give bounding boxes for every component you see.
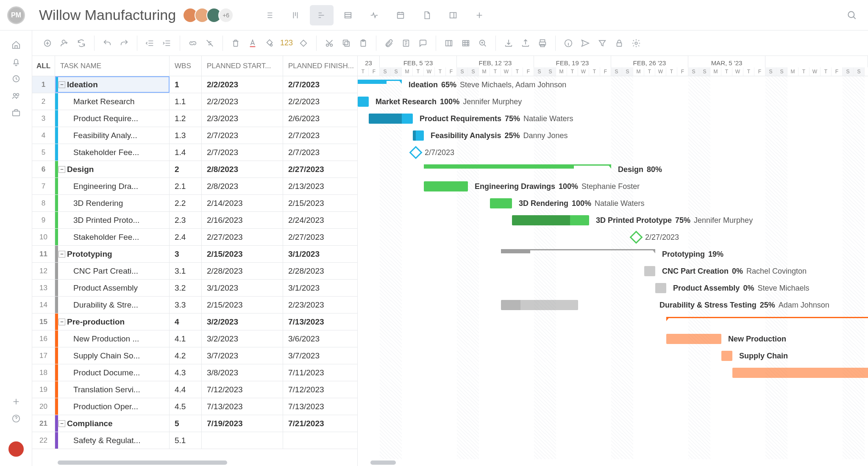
gantt-row[interactable]: Product Requirements 75% Natalie Waters <box>358 110 868 127</box>
gantt-row[interactable] <box>358 313 868 330</box>
link-tasks-button[interactable] <box>184 35 201 52</box>
task-bar[interactable] <box>490 198 512 208</box>
table-row[interactable]: 6−Design22/8/20232/27/2023 <box>32 161 357 178</box>
indent-button[interactable] <box>159 35 175 52</box>
wbs-cell[interactable]: 3 <box>170 246 202 262</box>
gantt-row[interactable]: 3D Printed Prototype 75% Jennifer Murphe… <box>358 212 868 229</box>
row-index[interactable]: 17 <box>32 347 55 364</box>
task-name-cell[interactable]: Product Docume... <box>55 364 170 381</box>
task-bar[interactable] <box>655 283 666 293</box>
start-cell[interactable]: 3/1/2023 <box>202 280 283 296</box>
note-button[interactable] <box>398 35 415 52</box>
list-view-view[interactable] <box>257 5 281 25</box>
number-format[interactable]: 123 <box>278 35 295 52</box>
task-name-cell[interactable]: 3D Rendering <box>55 195 170 211</box>
row-index[interactable]: 9 <box>32 212 55 228</box>
task-name-cell[interactable]: Stakeholder Fee... <box>55 144 170 161</box>
attach-button[interactable] <box>381 35 398 52</box>
finish-cell[interactable]: 2/6/2023 <box>283 110 357 127</box>
task-name-cell[interactable]: Supply Chain So... <box>55 347 170 364</box>
start-cell[interactable]: 2/14/2023 <box>202 195 283 211</box>
calendar-view-view[interactable] <box>389 5 412 25</box>
summary-bar[interactable] <box>501 249 655 253</box>
wbs-cell[interactable]: 5.1 <box>170 432 202 449</box>
table-h-scrollbar[interactable] <box>32 459 357 466</box>
row-index[interactable]: 20 <box>32 398 55 415</box>
finish-cell[interactable]: 7/13/2023 <box>283 398 357 415</box>
collapse-toggle[interactable]: − <box>58 420 65 427</box>
wbs-cell[interactable]: 1.2 <box>170 110 202 127</box>
task-bar[interactable] <box>369 114 413 124</box>
fill-color-button[interactable] <box>261 35 278 52</box>
finish-cell[interactable]: 3/1/2023 <box>283 246 357 262</box>
wbs-cell[interactable]: 4.3 <box>170 364 202 381</box>
finish-cell[interactable]: 7/21/2023 <box>283 415 357 432</box>
row-index[interactable]: 6 <box>32 161 55 178</box>
wbs-cell[interactable]: 2.1 <box>170 178 202 194</box>
collapse-toggle[interactable]: − <box>58 81 65 88</box>
task-name-cell[interactable]: −Pre-production <box>55 313 170 330</box>
redo-button[interactable] <box>116 35 133 52</box>
task-bar[interactable] <box>424 181 468 191</box>
table-row[interactable]: 5Stakeholder Fee...1.42/7/20232/7/2023 <box>32 144 357 161</box>
task-name-cell[interactable]: Feasibility Analy... <box>55 127 170 144</box>
wbs-cell[interactable]: 2 <box>170 161 202 178</box>
gantt-row[interactable]: 2/27/2023 <box>358 229 868 246</box>
gantt-body[interactable]: Ideation 65% Steve Michaels, Adam Johnso… <box>358 76 868 459</box>
table-row[interactable]: 17Supply Chain So...4.23/7/20233/7/2023 <box>32 347 357 364</box>
gantt-row[interactable]: Ideation 65% Steve Michaels, Adam Johnso… <box>358 76 868 93</box>
task-bar[interactable] <box>501 300 578 310</box>
task-name-cell[interactable]: −Design <box>55 161 170 178</box>
gantt-row[interactable]: CNC Part Creation 0% Rachel Covington <box>358 263 868 280</box>
finish-cell[interactable]: 3/1/2023 <box>283 280 357 296</box>
task-bar[interactable] <box>413 130 424 141</box>
table-row[interactable]: 20Production Oper...4.57/13/20237/13/202… <box>32 398 357 415</box>
col-all[interactable]: ALL <box>32 56 55 76</box>
task-name-cell[interactable]: Safety & Regulat... <box>55 432 170 449</box>
text-color-button[interactable] <box>244 35 261 52</box>
home-nav[interactable] <box>8 36 25 53</box>
collapse-toggle[interactable]: − <box>58 166 65 173</box>
cut-button[interactable] <box>321 35 338 52</box>
wbs-cell[interactable]: 3.1 <box>170 263 202 279</box>
task-name-cell[interactable]: Stakeholder Fee... <box>55 229 170 245</box>
table-row[interactable]: 22Safety & Regulat...5.1 <box>32 432 357 449</box>
wbs-cell[interactable]: 3.2 <box>170 280 202 296</box>
start-cell[interactable]: 7/12/2023 <box>202 381 283 398</box>
wbs-cell[interactable]: 2.4 <box>170 229 202 245</box>
table-row[interactable]: 4Feasibility Analy...1.32/7/20232/7/2023 <box>32 127 357 144</box>
row-index[interactable]: 12 <box>32 263 55 279</box>
finish-cell[interactable] <box>283 432 357 449</box>
avatar-overflow[interactable]: +6 <box>218 8 234 23</box>
start-cell[interactable]: 2/3/2023 <box>202 110 283 127</box>
wbs-cell[interactable]: 5 <box>170 415 202 432</box>
task-bar[interactable] <box>732 368 868 378</box>
wbs-cell[interactable]: 1.1 <box>170 93 202 110</box>
wbs-cell[interactable]: 3.3 <box>170 297 202 313</box>
wbs-cell[interactable]: 4.1 <box>170 330 202 347</box>
comment-button[interactable] <box>415 35 431 52</box>
gantt-row[interactable]: Durability & Stress Testing 25% Adam Joh… <box>358 297 868 313</box>
unlink-tasks-button[interactable] <box>201 35 218 52</box>
print-button[interactable] <box>534 35 551 52</box>
task-name-cell[interactable]: Engineering Dra... <box>55 178 170 194</box>
task-bar[interactable] <box>666 334 721 344</box>
finish-cell[interactable]: 2/2/2023 <box>283 93 357 110</box>
app-logo[interactable]: PM <box>0 0 32 31</box>
task-name-cell[interactable]: New Production ... <box>55 330 170 347</box>
import-button[interactable] <box>500 35 517 52</box>
collapse-toggle[interactable]: − <box>58 319 65 325</box>
undo-button[interactable] <box>99 35 116 52</box>
wbs-cell[interactable]: 1.4 <box>170 144 202 161</box>
task-name-cell[interactable]: −Compliance <box>55 415 170 432</box>
gantt-row[interactable]: 3D Rendering 100% Natalie Waters <box>358 195 868 212</box>
start-cell[interactable]: 2/7/2023 <box>202 144 283 161</box>
finish-cell[interactable]: 2/7/2023 <box>283 144 357 161</box>
panel-view-view[interactable] <box>441 5 465 25</box>
copy-button[interactable] <box>338 35 355 52</box>
gantt-h-scrollbar[interactable] <box>358 459 868 466</box>
start-cell[interactable]: 3/7/2023 <box>202 347 283 364</box>
table-row[interactable]: 93D Printed Proto...2.32/16/20232/24/202… <box>32 212 357 229</box>
gantt-row[interactable]: New Production <box>358 330 868 347</box>
grid-button[interactable] <box>457 35 474 52</box>
